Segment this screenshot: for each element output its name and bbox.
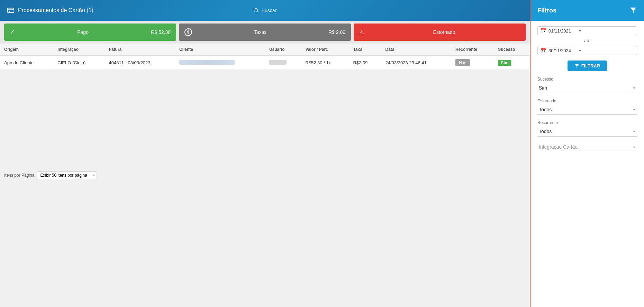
estornado-select[interactable]: Todos Sim Não [537, 105, 637, 115]
date-start-row: 📅 ▼ [537, 26, 637, 35]
cell-taxa: R$2.09 [349, 56, 381, 70]
recorrente-select[interactable]: Todos Sim Não [537, 127, 637, 137]
svg-marker-6 [575, 64, 579, 68]
filters-body: 📅 ▼ até 📅 ▼ FILTRAR Suc [530, 21, 644, 307]
cell-valor: R$52.30 / 1x [301, 56, 349, 70]
cell-origem: App do Cliente [0, 56, 53, 70]
svg-line-4 [257, 11, 258, 12]
data-table: Origem Integração Fatura Cliente Usuário… [0, 44, 530, 70]
estornado-label: Estornado [537, 99, 637, 103]
fees-value: R$ 2.09 [328, 29, 345, 35]
summary-cards: ✓ Pago R$ 52.30 $ Taxas R$ 2.09 ⚠ Estorn… [0, 21, 530, 44]
svg-marker-5 [631, 8, 636, 13]
table-row: App do Cliente CIELO (Cielo) 404811 - 08… [0, 56, 530, 70]
hide-button[interactable]: Não [455, 59, 470, 66]
header-bar: Processamentos de Cartão (1) Buscar [0, 0, 530, 21]
filters-title: Filtros [537, 7, 556, 14]
integracao-select-wrap[interactable]: Integração Cartão [537, 142, 637, 152]
recorrente-label: Recorrente [537, 120, 637, 125]
search-icon [253, 8, 259, 13]
reversed-label: Estornado [368, 29, 520, 35]
table-container: Origem Integração Fatura Cliente Usuário… [0, 44, 530, 169]
col-usuario: Usuário [265, 44, 301, 56]
svg-point-3 [254, 8, 258, 12]
pagination-label: Itens por Página [4, 173, 34, 178]
cell-fatura: 404811 - 08/03/2023 [105, 56, 175, 70]
paid-label: Pago [19, 29, 147, 35]
card-reversed: ⚠ Estornado [354, 24, 526, 41]
sucesso-label: Sucesso [537, 77, 637, 82]
recorrente-select-wrap[interactable]: Todos Sim Não [537, 127, 637, 137]
col-valor: Valor / Parc [301, 44, 349, 56]
col-integracao: Integração [53, 44, 105, 56]
integracao-filter-group: Integração Cartão [537, 142, 637, 152]
cell-data: 24/03/2023 23:46:41 [381, 56, 451, 70]
cell-sucesso: Sim [494, 56, 530, 70]
sucesso-badge: Sim [498, 60, 511, 66]
date-end-row: 📅 ▼ [537, 46, 637, 55]
calendar-end-icon: 📅 [541, 48, 546, 53]
date-start-arrow[interactable]: ▼ [578, 29, 582, 33]
recorrente-filter-group: Recorrente Todos Sim Não [537, 120, 637, 137]
cell-recorrente: Não [451, 56, 494, 70]
estornado-select-wrap[interactable]: Todos Sim Não [537, 105, 637, 115]
paid-value: R$ 52.30 [151, 29, 171, 35]
items-per-page-select[interactable]: Exibir 50 itens por página Exibir 25 ite… [37, 171, 97, 179]
cell-integracao: CIELO (Cielo) [53, 56, 105, 70]
scroll-filler [0, 182, 530, 307]
date-filter-section: 📅 ▼ até 📅 ▼ [537, 26, 637, 55]
svg-rect-0 [8, 8, 14, 13]
filter-btn-label: FILTRAR [581, 63, 600, 68]
date-end-wrap[interactable]: 📅 ▼ [537, 46, 637, 55]
ate-label: até [537, 38, 637, 43]
col-sucesso: Sucesso [494, 44, 530, 56]
table-header-row: Origem Integração Fatura Cliente Usuário… [0, 44, 530, 56]
search-area[interactable]: Buscar [253, 8, 277, 13]
integracao-select[interactable]: Integração Cartão [537, 142, 637, 152]
date-end-input[interactable] [548, 48, 576, 53]
filter-btn-icon [574, 64, 579, 68]
col-recorrente: Recorrente [451, 44, 494, 56]
card-processing-icon [7, 7, 15, 14]
col-taxa: Taxa [349, 44, 381, 56]
filter-button[interactable]: FILTRAR [568, 61, 607, 71]
estornado-filter-group: Estornado Todos Sim Não [537, 99, 637, 115]
page-title: Processamentos de Cartão (1) [7, 7, 93, 14]
fees-label: Taxas [196, 29, 324, 35]
fees-icon: $ [184, 28, 192, 36]
pagination-area: Itens por Página Exibir 50 itens por pág… [0, 169, 530, 182]
date-start-wrap[interactable]: 📅 ▼ [537, 26, 637, 35]
check-icon: ✓ [10, 28, 15, 36]
col-fatura: Fatura [105, 44, 175, 56]
filters-header: Filtros [530, 0, 644, 21]
card-fees: $ Taxas R$ 2.09 [179, 24, 351, 41]
filters-sidebar: Filtros 📅 ▼ até 📅 ▼ [530, 0, 644, 307]
warning-icon: ⚠ [359, 29, 364, 36]
col-cliente: Cliente [175, 44, 265, 56]
sucesso-select-wrap[interactable]: Sim Não Todos [537, 83, 637, 93]
sucesso-select[interactable]: Sim Não Todos [537, 83, 637, 93]
items-per-page-wrapper[interactable]: Exibir 50 itens por página Exibir 25 ite… [37, 171, 97, 179]
col-origem: Origem [0, 44, 53, 56]
cell-cliente [175, 56, 265, 70]
date-end-arrow[interactable]: ▼ [578, 49, 582, 53]
date-start-input[interactable] [548, 28, 576, 34]
cell-usuario [265, 56, 301, 70]
col-data: Data [381, 44, 451, 56]
card-paid: ✓ Pago R$ 52.30 [4, 24, 176, 41]
filter-active-icon [629, 7, 637, 14]
search-placeholder: Buscar [262, 8, 277, 13]
sucesso-filter-group: Sucesso Sim Não Todos [537, 77, 637, 93]
calendar-start-icon: 📅 [541, 28, 546, 34]
